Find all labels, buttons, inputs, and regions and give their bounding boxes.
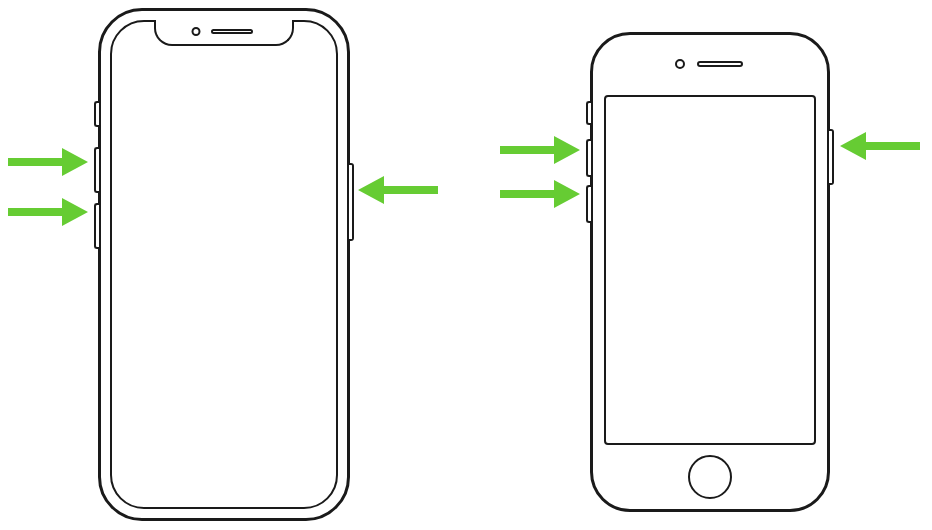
side-button [829, 129, 834, 185]
arrow-volume-down-icon [8, 198, 88, 226]
front-camera-icon [675, 59, 685, 69]
screen [110, 20, 338, 509]
phone-home-button [590, 32, 830, 512]
mute-switch [586, 101, 591, 125]
arrow-volume-up-icon [8, 148, 88, 176]
volume-down-button [94, 203, 99, 249]
earpiece-speaker-icon [697, 61, 743, 67]
arrow-side-button-icon [358, 176, 438, 204]
screen [604, 95, 816, 445]
arrow-side-button-icon [840, 132, 920, 160]
home-button [688, 455, 732, 499]
front-camera-icon [192, 27, 201, 36]
phone-face-id [98, 8, 350, 521]
earpiece-speaker-icon [211, 29, 253, 34]
notch [154, 20, 294, 46]
side-button [349, 163, 354, 241]
mute-switch [94, 101, 99, 127]
arrow-volume-down-icon [500, 180, 580, 208]
arrow-volume-up-icon [500, 136, 580, 164]
volume-up-button [94, 147, 99, 193]
volume-down-button [586, 185, 591, 223]
volume-up-button [586, 139, 591, 177]
